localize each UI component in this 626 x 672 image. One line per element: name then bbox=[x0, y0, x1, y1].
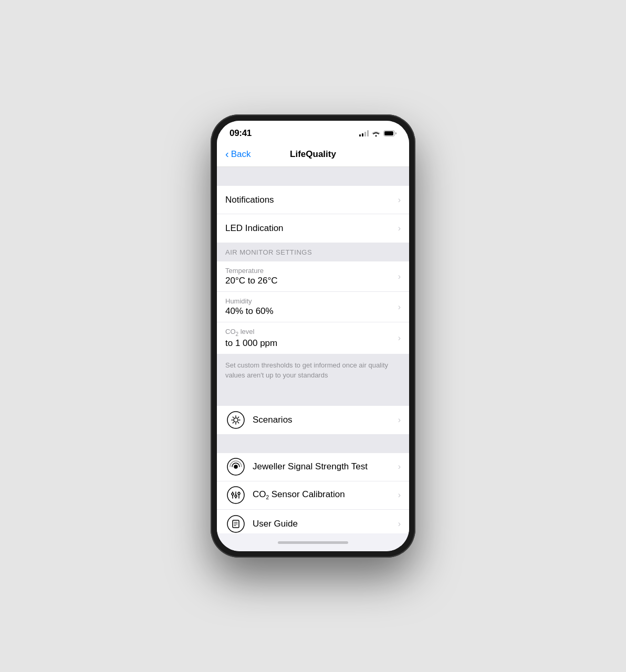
humidity-chevron-icon: › bbox=[398, 302, 401, 312]
led-indication-item[interactable]: LED Indication › bbox=[217, 214, 409, 243]
air-monitor-section-header: AIR MONITOR SETTINGS bbox=[217, 243, 409, 261]
scenarios-label: Scenarios bbox=[253, 415, 398, 425]
humidity-label: Humidity bbox=[225, 297, 398, 305]
user-guide-chevron-icon: › bbox=[398, 519, 401, 529]
co2-chevron-icon: › bbox=[398, 333, 401, 343]
air-monitor-info-box: Set custom thresholds to get informed on… bbox=[217, 354, 409, 387]
scenarios-gear-icon bbox=[226, 411, 245, 429]
back-chevron-icon: ‹ bbox=[225, 148, 229, 160]
notifications-chevron-icon: › bbox=[398, 195, 401, 205]
air-monitor-info-text: Set custom thresholds to get informed on… bbox=[225, 361, 388, 380]
humidity-content: Humidity 40% to 60% bbox=[225, 292, 398, 322]
notifications-section: Notifications › LED Indication › bbox=[217, 186, 409, 243]
phone-shell: 09:41 bbox=[211, 114, 415, 558]
home-indicator bbox=[217, 533, 409, 551]
temperature-value: 20°C to 26°C bbox=[225, 276, 398, 286]
utilities-section: Jeweller Signal Strength Test › bbox=[217, 453, 409, 533]
svg-point-3 bbox=[234, 418, 238, 422]
phone-screen: 09:41 bbox=[217, 121, 409, 551]
jeweller-icon bbox=[225, 456, 246, 477]
temperature-chevron-icon: › bbox=[398, 272, 401, 281]
co2-calibration-label: CO2 Sensor Calibration bbox=[253, 489, 398, 500]
scenarios-section-gap bbox=[217, 387, 409, 406]
user-guide-icon bbox=[225, 513, 246, 533]
humidity-value: 40% to 60% bbox=[225, 306, 398, 317]
svg-rect-1 bbox=[384, 131, 393, 135]
status-icons bbox=[359, 130, 397, 136]
co2-content: CO2 level to 1 000 ppm bbox=[225, 322, 398, 354]
co2-calibration-content: CO2 Sensor Calibration bbox=[253, 484, 398, 506]
co2-label: CO2 level bbox=[225, 328, 398, 337]
temperature-item[interactable]: Temperature 20°C to 26°C › bbox=[217, 261, 409, 292]
led-label: LED Indication bbox=[225, 223, 398, 234]
jeweller-item[interactable]: Jeweller Signal Strength Test › bbox=[217, 453, 409, 481]
air-monitor-section: Temperature 20°C to 26°C › Humidity 40% … bbox=[217, 261, 409, 354]
jeweller-chevron-icon: › bbox=[398, 462, 401, 471]
co2-label-prefix: CO bbox=[225, 328, 236, 335]
nav-bar: ‹ Back LifeQuality bbox=[217, 144, 409, 167]
svg-point-10 bbox=[232, 493, 234, 495]
temperature-label: Temperature bbox=[225, 267, 398, 275]
notifications-content: Notifications bbox=[225, 190, 398, 211]
led-content: LED Indication bbox=[225, 218, 398, 239]
signal-icon bbox=[359, 130, 369, 136]
user-guide-content: User Guide bbox=[253, 513, 398, 533]
user-guide-item[interactable]: User Guide › bbox=[217, 510, 409, 533]
led-chevron-icon: › bbox=[398, 224, 401, 233]
svg-point-5 bbox=[234, 465, 237, 468]
utilities-section-gap bbox=[217, 434, 409, 453]
home-bar bbox=[278, 541, 348, 544]
air-monitor-label: AIR MONITOR SETTINGS bbox=[225, 248, 312, 256]
notifications-label: Notifications bbox=[225, 195, 398, 205]
svg-point-11 bbox=[235, 495, 237, 497]
notifications-item[interactable]: Notifications › bbox=[217, 186, 409, 214]
co2-calibration-item[interactable]: CO2 Sensor Calibration › bbox=[217, 481, 409, 510]
page-title: LifeQuality bbox=[290, 149, 336, 160]
jeweller-content: Jeweller Signal Strength Test bbox=[253, 456, 398, 477]
content: Notifications › LED Indication › AIR MON… bbox=[217, 167, 409, 533]
co2-item[interactable]: CO2 level to 1 000 ppm › bbox=[217, 322, 409, 354]
temperature-content: Temperature 20°C to 26°C bbox=[225, 261, 398, 291]
top-section-gap bbox=[217, 167, 409, 186]
scenarios-item[interactable]: Scenarios › bbox=[217, 406, 409, 434]
user-guide-book-icon bbox=[226, 514, 245, 533]
scenarios-icon bbox=[225, 410, 246, 430]
status-time: 09:41 bbox=[229, 128, 252, 139]
co2-calibration-sliders-icon bbox=[226, 486, 245, 505]
svg-point-12 bbox=[238, 492, 240, 495]
status-bar: 09:41 bbox=[217, 121, 409, 144]
jeweller-signal-icon bbox=[226, 457, 245, 476]
humidity-item[interactable]: Humidity 40% to 60% › bbox=[217, 292, 409, 322]
svg-point-2 bbox=[227, 412, 244, 428]
co2-calibration-icon bbox=[225, 485, 246, 506]
wifi-icon bbox=[372, 130, 380, 136]
scenarios-content: Scenarios bbox=[253, 410, 398, 430]
scenarios-chevron-icon: › bbox=[398, 415, 401, 425]
user-guide-label: User Guide bbox=[253, 519, 398, 529]
co2-value: to 1 000 ppm bbox=[225, 338, 398, 349]
jeweller-label: Jeweller Signal Strength Test bbox=[253, 461, 398, 472]
back-button[interactable]: ‹ Back bbox=[225, 148, 251, 160]
scenarios-section: Scenarios › bbox=[217, 406, 409, 434]
co2-label-suffix: level bbox=[238, 328, 254, 335]
battery-icon bbox=[383, 130, 397, 136]
co2-calibration-chevron-icon: › bbox=[398, 490, 401, 500]
back-label: Back bbox=[231, 149, 251, 160]
